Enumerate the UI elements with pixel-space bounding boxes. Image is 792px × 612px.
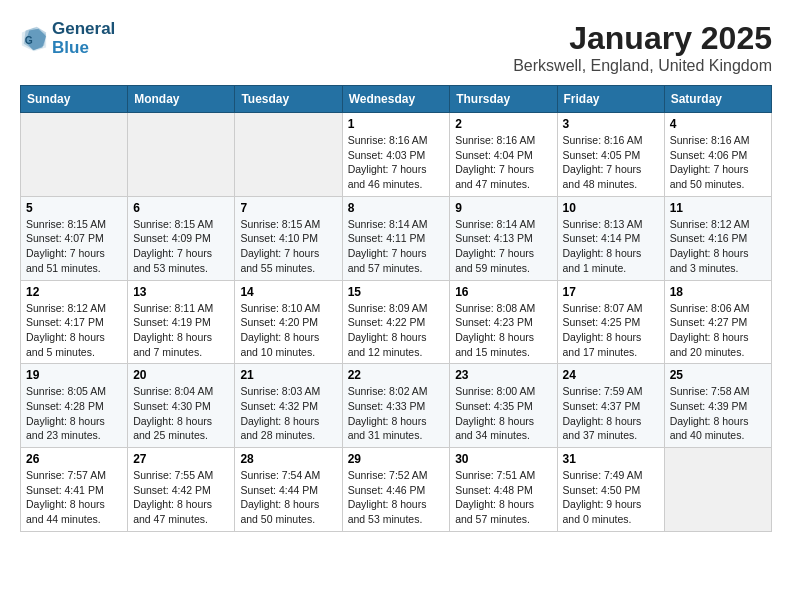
calendar-weekday-thursday: Thursday — [450, 86, 557, 113]
calendar-week-row: 5Sunrise: 8:15 AMSunset: 4:07 PMDaylight… — [21, 196, 772, 280]
day-number: 13 — [133, 285, 229, 299]
calendar-body: 1Sunrise: 8:16 AMSunset: 4:03 PMDaylight… — [21, 113, 772, 532]
day-detail: Sunrise: 8:13 AMSunset: 4:14 PMDaylight:… — [563, 217, 659, 276]
day-number: 17 — [563, 285, 659, 299]
day-number: 6 — [133, 201, 229, 215]
day-number: 4 — [670, 117, 766, 131]
day-detail: Sunrise: 8:04 AMSunset: 4:30 PMDaylight:… — [133, 384, 229, 443]
day-number: 23 — [455, 368, 551, 382]
logo-text-blue: Blue — [52, 39, 115, 58]
day-detail: Sunrise: 8:15 AMSunset: 4:10 PMDaylight:… — [240, 217, 336, 276]
day-detail: Sunrise: 8:06 AMSunset: 4:27 PMDaylight:… — [670, 301, 766, 360]
day-number: 22 — [348, 368, 445, 382]
day-detail: Sunrise: 7:52 AMSunset: 4:46 PMDaylight:… — [348, 468, 445, 527]
day-detail: Sunrise: 8:07 AMSunset: 4:25 PMDaylight:… — [563, 301, 659, 360]
day-number: 26 — [26, 452, 122, 466]
day-number: 10 — [563, 201, 659, 215]
day-number: 24 — [563, 368, 659, 382]
calendar-cell: 31Sunrise: 7:49 AMSunset: 4:50 PMDayligh… — [557, 448, 664, 532]
day-number: 30 — [455, 452, 551, 466]
calendar-cell: 18Sunrise: 8:06 AMSunset: 4:27 PMDayligh… — [664, 280, 771, 364]
calendar-week-row: 12Sunrise: 8:12 AMSunset: 4:17 PMDayligh… — [21, 280, 772, 364]
logo-icon: G — [20, 25, 48, 53]
day-detail: Sunrise: 8:12 AMSunset: 4:16 PMDaylight:… — [670, 217, 766, 276]
day-detail: Sunrise: 8:08 AMSunset: 4:23 PMDaylight:… — [455, 301, 551, 360]
day-number: 31 — [563, 452, 659, 466]
calendar-weekday-saturday: Saturday — [664, 86, 771, 113]
calendar-cell: 12Sunrise: 8:12 AMSunset: 4:17 PMDayligh… — [21, 280, 128, 364]
day-detail: Sunrise: 7:58 AMSunset: 4:39 PMDaylight:… — [670, 384, 766, 443]
calendar-cell: 22Sunrise: 8:02 AMSunset: 4:33 PMDayligh… — [342, 364, 450, 448]
day-detail: Sunrise: 8:10 AMSunset: 4:20 PMDaylight:… — [240, 301, 336, 360]
day-number: 19 — [26, 368, 122, 382]
calendar-cell — [21, 113, 128, 197]
day-detail: Sunrise: 7:54 AMSunset: 4:44 PMDaylight:… — [240, 468, 336, 527]
page-header: G General Blue January 2025 Berkswell, E… — [20, 20, 772, 75]
logo-text-general: General — [52, 20, 115, 39]
day-number: 1 — [348, 117, 445, 131]
calendar-cell: 27Sunrise: 7:55 AMSunset: 4:42 PMDayligh… — [128, 448, 235, 532]
day-number: 7 — [240, 201, 336, 215]
title-block: January 2025 Berkswell, England, United … — [513, 20, 772, 75]
calendar-cell: 23Sunrise: 8:00 AMSunset: 4:35 PMDayligh… — [450, 364, 557, 448]
day-detail: Sunrise: 8:16 AMSunset: 4:05 PMDaylight:… — [563, 133, 659, 192]
calendar-cell: 19Sunrise: 8:05 AMSunset: 4:28 PMDayligh… — [21, 364, 128, 448]
calendar-week-row: 1Sunrise: 8:16 AMSunset: 4:03 PMDaylight… — [21, 113, 772, 197]
calendar-cell: 14Sunrise: 8:10 AMSunset: 4:20 PMDayligh… — [235, 280, 342, 364]
day-detail: Sunrise: 7:57 AMSunset: 4:41 PMDaylight:… — [26, 468, 122, 527]
calendar-cell: 29Sunrise: 7:52 AMSunset: 4:46 PMDayligh… — [342, 448, 450, 532]
calendar-cell: 30Sunrise: 7:51 AMSunset: 4:48 PMDayligh… — [450, 448, 557, 532]
day-detail: Sunrise: 8:02 AMSunset: 4:33 PMDaylight:… — [348, 384, 445, 443]
logo: G General Blue — [20, 20, 115, 57]
svg-text:G: G — [25, 34, 33, 45]
calendar-weekday-sunday: Sunday — [21, 86, 128, 113]
calendar-cell: 1Sunrise: 8:16 AMSunset: 4:03 PMDaylight… — [342, 113, 450, 197]
calendar-week-row: 19Sunrise: 8:05 AMSunset: 4:28 PMDayligh… — [21, 364, 772, 448]
calendar-cell: 20Sunrise: 8:04 AMSunset: 4:30 PMDayligh… — [128, 364, 235, 448]
calendar-cell: 7Sunrise: 8:15 AMSunset: 4:10 PMDaylight… — [235, 196, 342, 280]
day-detail: Sunrise: 8:11 AMSunset: 4:19 PMDaylight:… — [133, 301, 229, 360]
day-detail: Sunrise: 8:15 AMSunset: 4:07 PMDaylight:… — [26, 217, 122, 276]
day-detail: Sunrise: 8:16 AMSunset: 4:03 PMDaylight:… — [348, 133, 445, 192]
calendar-table: SundayMondayTuesdayWednesdayThursdayFrid… — [20, 85, 772, 532]
day-detail: Sunrise: 8:15 AMSunset: 4:09 PMDaylight:… — [133, 217, 229, 276]
calendar-weekday-friday: Friday — [557, 86, 664, 113]
calendar-cell — [235, 113, 342, 197]
day-detail: Sunrise: 8:16 AMSunset: 4:06 PMDaylight:… — [670, 133, 766, 192]
day-detail: Sunrise: 7:49 AMSunset: 4:50 PMDaylight:… — [563, 468, 659, 527]
calendar-cell: 15Sunrise: 8:09 AMSunset: 4:22 PMDayligh… — [342, 280, 450, 364]
calendar-cell — [128, 113, 235, 197]
day-number: 9 — [455, 201, 551, 215]
day-number: 11 — [670, 201, 766, 215]
calendar-cell: 25Sunrise: 7:58 AMSunset: 4:39 PMDayligh… — [664, 364, 771, 448]
calendar-cell: 26Sunrise: 7:57 AMSunset: 4:41 PMDayligh… — [21, 448, 128, 532]
calendar-cell: 21Sunrise: 8:03 AMSunset: 4:32 PMDayligh… — [235, 364, 342, 448]
day-detail: Sunrise: 7:55 AMSunset: 4:42 PMDaylight:… — [133, 468, 229, 527]
calendar-cell — [664, 448, 771, 532]
day-detail: Sunrise: 8:09 AMSunset: 4:22 PMDaylight:… — [348, 301, 445, 360]
day-number: 20 — [133, 368, 229, 382]
calendar-weekday-monday: Monday — [128, 86, 235, 113]
calendar-cell: 11Sunrise: 8:12 AMSunset: 4:16 PMDayligh… — [664, 196, 771, 280]
page-title: January 2025 — [513, 20, 772, 57]
day-number: 5 — [26, 201, 122, 215]
calendar-cell: 16Sunrise: 8:08 AMSunset: 4:23 PMDayligh… — [450, 280, 557, 364]
calendar-cell: 2Sunrise: 8:16 AMSunset: 4:04 PMDaylight… — [450, 113, 557, 197]
day-detail: Sunrise: 8:14 AMSunset: 4:13 PMDaylight:… — [455, 217, 551, 276]
calendar-cell: 4Sunrise: 8:16 AMSunset: 4:06 PMDaylight… — [664, 113, 771, 197]
calendar-cell: 17Sunrise: 8:07 AMSunset: 4:25 PMDayligh… — [557, 280, 664, 364]
day-detail: Sunrise: 8:12 AMSunset: 4:17 PMDaylight:… — [26, 301, 122, 360]
day-detail: Sunrise: 8:16 AMSunset: 4:04 PMDaylight:… — [455, 133, 551, 192]
day-detail: Sunrise: 8:03 AMSunset: 4:32 PMDaylight:… — [240, 384, 336, 443]
calendar-cell: 9Sunrise: 8:14 AMSunset: 4:13 PMDaylight… — [450, 196, 557, 280]
calendar-cell: 3Sunrise: 8:16 AMSunset: 4:05 PMDaylight… — [557, 113, 664, 197]
day-number: 21 — [240, 368, 336, 382]
calendar-week-row: 26Sunrise: 7:57 AMSunset: 4:41 PMDayligh… — [21, 448, 772, 532]
calendar-cell: 5Sunrise: 8:15 AMSunset: 4:07 PMDaylight… — [21, 196, 128, 280]
day-number: 16 — [455, 285, 551, 299]
calendar-cell: 6Sunrise: 8:15 AMSunset: 4:09 PMDaylight… — [128, 196, 235, 280]
calendar-weekday-tuesday: Tuesday — [235, 86, 342, 113]
day-number: 27 — [133, 452, 229, 466]
day-number: 28 — [240, 452, 336, 466]
calendar-cell: 13Sunrise: 8:11 AMSunset: 4:19 PMDayligh… — [128, 280, 235, 364]
